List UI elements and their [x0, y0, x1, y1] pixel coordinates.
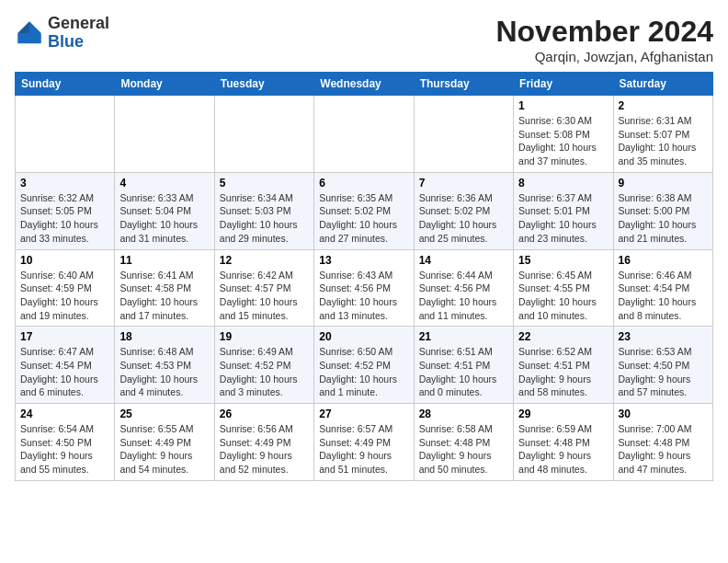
day-info: Sunrise: 6:53 AM Sunset: 4:50 PM Dayligh… — [619, 345, 708, 399]
svg-marker-0 — [29, 21, 41, 33]
day-number: 2 — [619, 99, 708, 112]
calendar-cell: 2Sunrise: 6:31 AM Sunset: 5:07 PM Daylig… — [613, 96, 712, 173]
calendar-week-row: 1Sunrise: 6:30 AM Sunset: 5:08 PM Daylig… — [16, 96, 713, 173]
calendar-cell: 10Sunrise: 6:40 AM Sunset: 4:59 PM Dayli… — [16, 249, 115, 327]
calendar-cell — [414, 96, 513, 173]
weekday-header-cell: Wednesday — [314, 73, 414, 96]
calendar-cell: 7Sunrise: 6:36 AM Sunset: 5:02 PM Daylig… — [414, 172, 513, 249]
day-number: 16 — [619, 254, 708, 267]
day-number: 28 — [419, 408, 508, 420]
day-number: 9 — [619, 177, 708, 190]
logo-text: General Blue — [48, 15, 109, 52]
day-number: 26 — [220, 408, 309, 420]
calendar-cell: 4Sunrise: 6:33 AM Sunset: 5:04 PM Daylig… — [115, 172, 214, 249]
day-info: Sunrise: 6:36 AM Sunset: 5:02 PM Dayligh… — [419, 191, 508, 246]
calendar-cell: 5Sunrise: 6:34 AM Sunset: 5:03 PM Daylig… — [214, 172, 313, 249]
day-info: Sunrise: 6:30 AM Sunset: 5:08 PM Dayligh… — [518, 114, 608, 168]
day-number: 20 — [319, 330, 408, 343]
day-info: Sunrise: 6:57 AM Sunset: 4:49 PM Dayligh… — [319, 422, 408, 477]
calendar-cell: 25Sunrise: 6:55 AM Sunset: 4:49 PM Dayli… — [115, 404, 214, 481]
calendar-cell: 20Sunrise: 6:50 AM Sunset: 4:52 PM Dayli… — [314, 327, 414, 404]
day-info: Sunrise: 6:58 AM Sunset: 4:48 PM Dayligh… — [419, 422, 508, 477]
day-info: Sunrise: 6:43 AM Sunset: 4:56 PM Dayligh… — [319, 269, 408, 323]
calendar-cell: 17Sunrise: 6:47 AM Sunset: 4:54 PM Dayli… — [16, 327, 115, 404]
calendar-cell: 8Sunrise: 6:37 AM Sunset: 5:01 PM Daylig… — [514, 172, 613, 249]
page-header: General Blue November 2024 Qarqin, Jowzj… — [15, 15, 713, 64]
weekday-header-cell: Sunday — [16, 73, 115, 96]
calendar-cell: 30Sunrise: 7:00 AM Sunset: 4:48 PM Dayli… — [613, 404, 712, 481]
calendar-cell: 13Sunrise: 6:43 AM Sunset: 4:56 PM Dayli… — [314, 249, 414, 327]
day-info: Sunrise: 6:56 AM Sunset: 4:49 PM Dayligh… — [220, 422, 309, 477]
calendar-cell: 18Sunrise: 6:48 AM Sunset: 4:53 PM Dayli… — [115, 327, 214, 404]
calendar-cell: 15Sunrise: 6:45 AM Sunset: 4:55 PM Dayli… — [514, 249, 613, 327]
day-number: 30 — [619, 408, 708, 420]
calendar-cell: 16Sunrise: 6:46 AM Sunset: 4:54 PM Dayli… — [613, 249, 712, 327]
day-info: Sunrise: 6:50 AM Sunset: 4:52 PM Dayligh… — [319, 345, 408, 399]
day-info: Sunrise: 6:59 AM Sunset: 4:48 PM Dayligh… — [518, 422, 608, 477]
day-info: Sunrise: 6:51 AM Sunset: 4:51 PM Dayligh… — [419, 345, 508, 399]
calendar-cell: 22Sunrise: 6:52 AM Sunset: 4:51 PM Dayli… — [514, 327, 613, 404]
weekday-header-cell: Thursday — [414, 73, 513, 96]
day-number: 3 — [20, 177, 109, 190]
day-info: Sunrise: 6:55 AM Sunset: 4:49 PM Dayligh… — [119, 422, 209, 477]
day-number: 17 — [20, 330, 109, 343]
calendar-body: 1Sunrise: 6:30 AM Sunset: 5:08 PM Daylig… — [16, 96, 713, 481]
day-info: Sunrise: 6:48 AM Sunset: 4:53 PM Dayligh… — [119, 345, 209, 399]
day-info: Sunrise: 6:40 AM Sunset: 4:59 PM Dayligh… — [20, 269, 109, 323]
day-number: 15 — [518, 254, 608, 267]
day-number: 4 — [119, 177, 209, 190]
day-info: Sunrise: 6:52 AM Sunset: 4:51 PM Dayligh… — [518, 345, 608, 399]
calendar-cell: 29Sunrise: 6:59 AM Sunset: 4:48 PM Dayli… — [514, 404, 613, 481]
day-number: 29 — [518, 408, 608, 420]
day-number: 1 — [518, 99, 608, 112]
weekday-header-cell: Saturday — [613, 73, 712, 96]
calendar-cell: 9Sunrise: 6:38 AM Sunset: 5:00 PM Daylig… — [613, 172, 712, 249]
weekday-header-row: SundayMondayTuesdayWednesdayThursdayFrid… — [16, 73, 713, 96]
day-number: 27 — [319, 408, 408, 420]
day-number: 6 — [319, 177, 408, 190]
day-info: Sunrise: 6:44 AM Sunset: 4:56 PM Dayligh… — [419, 269, 508, 323]
calendar-cell: 19Sunrise: 6:49 AM Sunset: 4:52 PM Dayli… — [214, 327, 313, 404]
day-info: Sunrise: 6:46 AM Sunset: 4:54 PM Dayligh… — [619, 269, 708, 323]
day-info: Sunrise: 6:33 AM Sunset: 5:04 PM Dayligh… — [119, 191, 209, 246]
weekday-header-cell: Monday — [115, 73, 214, 96]
day-info: Sunrise: 6:35 AM Sunset: 5:02 PM Dayligh… — [319, 191, 408, 246]
day-info: Sunrise: 6:31 AM Sunset: 5:07 PM Dayligh… — [619, 114, 708, 168]
day-number: 25 — [119, 408, 209, 420]
calendar-cell — [115, 96, 214, 173]
calendar-cell: 3Sunrise: 6:32 AM Sunset: 5:05 PM Daylig… — [16, 172, 115, 249]
day-number: 23 — [619, 330, 708, 343]
svg-rect-2 — [17, 33, 41, 43]
day-number: 8 — [518, 177, 608, 190]
day-info: Sunrise: 6:49 AM Sunset: 4:52 PM Dayligh… — [220, 345, 309, 399]
calendar-cell: 27Sunrise: 6:57 AM Sunset: 4:49 PM Dayli… — [314, 404, 414, 481]
day-info: Sunrise: 6:34 AM Sunset: 5:03 PM Dayligh… — [220, 191, 309, 246]
calendar-table: SundayMondayTuesdayWednesdayThursdayFrid… — [15, 72, 713, 481]
day-info: Sunrise: 6:32 AM Sunset: 5:05 PM Dayligh… — [20, 191, 109, 246]
day-info: Sunrise: 6:47 AM Sunset: 4:54 PM Dayligh… — [20, 345, 109, 399]
logo-icon — [15, 18, 44, 48]
day-number: 10 — [20, 254, 109, 267]
day-number: 22 — [518, 330, 608, 343]
calendar-cell — [314, 96, 414, 173]
day-info: Sunrise: 6:42 AM Sunset: 4:57 PM Dayligh… — [220, 269, 309, 323]
day-info: Sunrise: 6:41 AM Sunset: 4:58 PM Dayligh… — [119, 269, 209, 323]
calendar-cell: 6Sunrise: 6:35 AM Sunset: 5:02 PM Daylig… — [314, 172, 414, 249]
day-number: 11 — [119, 254, 209, 267]
calendar-cell: 21Sunrise: 6:51 AM Sunset: 4:51 PM Dayli… — [414, 327, 513, 404]
weekday-header-cell: Friday — [514, 73, 613, 96]
day-number: 7 — [419, 177, 508, 190]
day-info: Sunrise: 6:37 AM Sunset: 5:01 PM Dayligh… — [518, 191, 608, 246]
calendar-week-row: 10Sunrise: 6:40 AM Sunset: 4:59 PM Dayli… — [16, 249, 713, 327]
day-info: Sunrise: 6:38 AM Sunset: 5:00 PM Dayligh… — [619, 191, 708, 246]
calendar-cell — [214, 96, 313, 173]
day-number: 14 — [419, 254, 508, 267]
calendar-cell — [16, 96, 115, 173]
calendar-cell: 23Sunrise: 6:53 AM Sunset: 4:50 PM Dayli… — [613, 327, 712, 404]
calendar-cell: 12Sunrise: 6:42 AM Sunset: 4:57 PM Dayli… — [214, 249, 313, 327]
day-number: 12 — [220, 254, 309, 267]
day-number: 13 — [319, 254, 408, 267]
calendar-cell: 14Sunrise: 6:44 AM Sunset: 4:56 PM Dayli… — [414, 249, 513, 327]
day-number: 21 — [419, 330, 508, 343]
day-number: 24 — [20, 408, 109, 420]
